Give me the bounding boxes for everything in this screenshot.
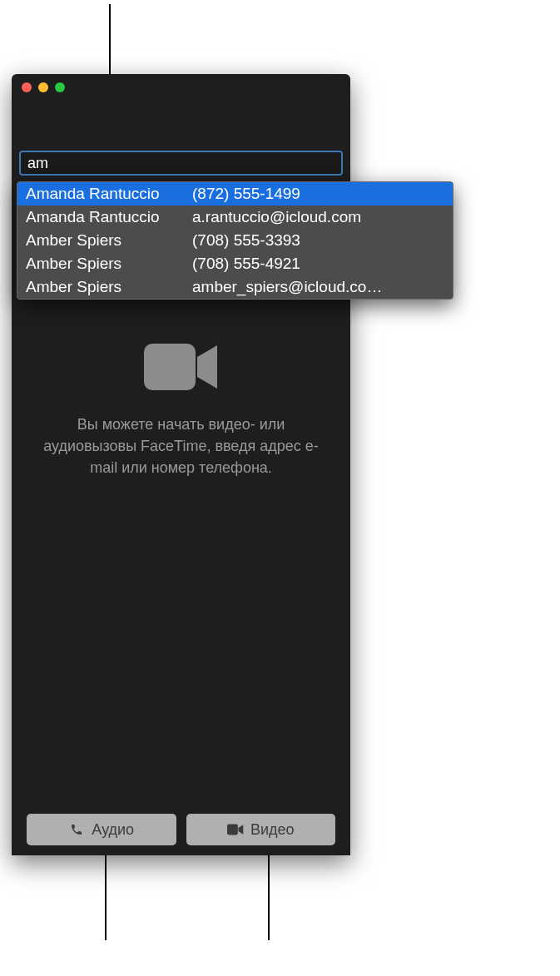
- suggestion-detail: a.rantuccio@icloud.com: [192, 208, 444, 226]
- contact-suggestions-dropdown: Amanda Rantuccio(872) 555-1499Amanda Ran…: [17, 181, 453, 300]
- close-button[interactable]: [22, 82, 32, 92]
- audio-call-label: Аудио: [92, 821, 134, 839]
- camera-icon: [144, 340, 219, 394]
- minimize-button[interactable]: [38, 82, 48, 92]
- svg-rect-1: [227, 825, 238, 835]
- suggestion-name: Amber Spiers: [26, 255, 192, 273]
- suggestion-row[interactable]: Amber Spiersamber_spiers@icloud.co…: [17, 275, 453, 299]
- empty-state: Вы можете начать видео- или аудиовызовы …: [12, 340, 350, 478]
- suggestion-name: Amber Spiers: [26, 231, 192, 250]
- contact-search-input[interactable]: [19, 151, 343, 176]
- video-icon: [227, 823, 244, 836]
- suggestion-name: Amber Spiers: [26, 278, 192, 296]
- suggestion-row[interactable]: Amber Spiers(708) 555-3393: [17, 229, 453, 252]
- window-titlebar: [12, 74, 350, 151]
- call-buttons-bar: Аудио Видео: [12, 814, 350, 845]
- suggestion-detail: (708) 555-4921: [192, 255, 444, 273]
- suggestion-row[interactable]: Amber Spiers(708) 555-4921: [17, 252, 453, 275]
- zoom-button[interactable]: [55, 82, 65, 92]
- suggestion-row[interactable]: Amanda Rantuccio(872) 555-1499: [17, 182, 453, 206]
- suggestion-detail: (708) 555-3393: [192, 231, 444, 250]
- phone-icon: [68, 823, 85, 836]
- video-call-label: Видео: [250, 821, 295, 839]
- svg-rect-0: [144, 344, 196, 390]
- suggestion-detail: amber_spiers@icloud.co…: [192, 278, 444, 296]
- hint-text: Вы можете начать видео- или аудиовызовы …: [12, 414, 350, 478]
- search-field-container: [19, 151, 343, 176]
- suggestion-detail: (872) 555-1499: [192, 185, 444, 203]
- suggestion-name: Amanda Rantuccio: [26, 185, 192, 203]
- video-call-button[interactable]: Видео: [186, 814, 336, 845]
- audio-call-button[interactable]: Аудио: [27, 814, 176, 845]
- suggestion-name: Amanda Rantuccio: [26, 208, 192, 226]
- suggestion-row[interactable]: Amanda Rantuccioa.rantuccio@icloud.com: [17, 206, 453, 229]
- window-controls: [22, 82, 65, 92]
